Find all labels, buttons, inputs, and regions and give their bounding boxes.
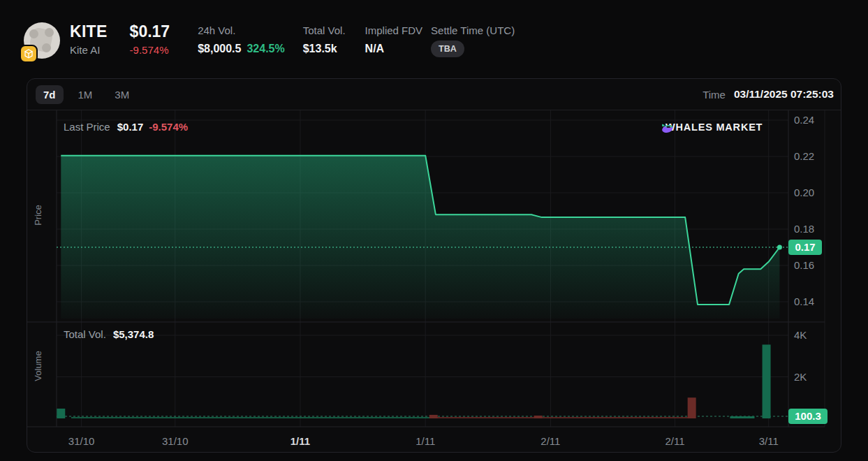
chart-toolbar: 7d 1M 3M Time 03/11/2025 07:25:03 <box>27 79 841 110</box>
range-button-1m[interactable]: 1M <box>71 85 101 104</box>
svg-text:31/10: 31/10 <box>68 435 95 447</box>
last-price-overlay: Last Price $0.17 -9.574% <box>64 121 188 133</box>
range-button-3m[interactable]: 3M <box>107 85 137 104</box>
svg-text:1/11: 1/11 <box>290 435 310 447</box>
last-price-change: -9.574% <box>149 121 188 133</box>
range-button-7d[interactable]: 7d <box>36 85 64 104</box>
token-header: KITE Kite AI $0.17 -9.574% 24h Vol. $8,0… <box>0 0 868 67</box>
watermark-text: WHALES MARKET <box>665 122 763 133</box>
stat-total-vol: Total Vol. $13.5k <box>303 22 346 55</box>
stat-value: $13.5k <box>303 43 346 55</box>
svg-text:0.18: 0.18 <box>794 223 814 235</box>
svg-text:31/10: 31/10 <box>162 435 189 447</box>
price-volume-chart[interactable]: 0.240.220.200.180.160.144K2K0.17100.331/… <box>27 110 841 453</box>
stat-settle-time: Settle Time (UTC) TBA <box>431 22 515 57</box>
stat-label: 24h Vol. <box>198 24 285 37</box>
svg-text:2K: 2K <box>794 371 807 383</box>
time-label: Time <box>703 89 726 101</box>
last-price-label: Last Price <box>64 121 110 133</box>
svg-text:100.3: 100.3 <box>795 410 821 422</box>
total-vol-label: Total Vol. <box>64 328 106 340</box>
stat-extra: 324.5% <box>247 43 284 54</box>
total-vol-value: $5,374.8 <box>113 328 154 340</box>
stat-label: Implied FDV <box>365 24 423 37</box>
chart-panel: 7d 1M 3M Time 03/11/2025 07:25:03 0.240.… <box>27 78 841 453</box>
svg-text:0.14: 0.14 <box>794 295 814 307</box>
svg-text:2/11: 2/11 <box>665 435 685 447</box>
time-value: 03/11/2025 07:25:03 <box>734 88 834 101</box>
svg-text:0.17: 0.17 <box>795 241 815 253</box>
stat-value: $8,000.5 <box>198 43 241 54</box>
chart-area[interactable]: 0.240.220.200.180.160.144K2K0.17100.331/… <box>27 110 841 453</box>
cube-badge-icon <box>20 45 38 63</box>
svg-text:2/11: 2/11 <box>540 435 560 447</box>
token-symbol: KITE <box>70 22 108 41</box>
stat-value: N/A <box>365 43 423 55</box>
svg-text:0.20: 0.20 <box>794 186 814 198</box>
token-change: -9.574% <box>130 44 170 56</box>
watermark: WHALES MARKET <box>660 122 763 133</box>
stat-label: Settle Time (UTC) <box>431 24 515 37</box>
svg-text:0.22: 0.22 <box>794 150 814 162</box>
svg-text:3/11: 3/11 <box>759 435 779 447</box>
svg-text:0.24: 0.24 <box>794 114 814 126</box>
svg-text:1/11: 1/11 <box>415 435 435 447</box>
token-avatar <box>24 22 60 59</box>
total-vol-overlay: Total Vol. $5,374.8 <box>64 328 159 340</box>
token-name: Kite AI <box>70 44 108 56</box>
token-price: $0.17 <box>130 22 170 41</box>
svg-text:4K: 4K <box>794 329 807 341</box>
stat-24h-vol: 24h Vol. $8,000.5324.5% <box>198 22 285 55</box>
svg-text:0.16: 0.16 <box>794 259 814 271</box>
stat-implied-fdv: Implied FDV N/A <box>365 22 423 55</box>
svg-text:Volume: Volume <box>33 351 43 381</box>
last-price-value: $0.17 <box>117 121 144 133</box>
stat-label: Total Vol. <box>303 24 346 37</box>
tba-badge: TBA <box>431 41 464 57</box>
svg-text:Price: Price <box>33 205 43 226</box>
